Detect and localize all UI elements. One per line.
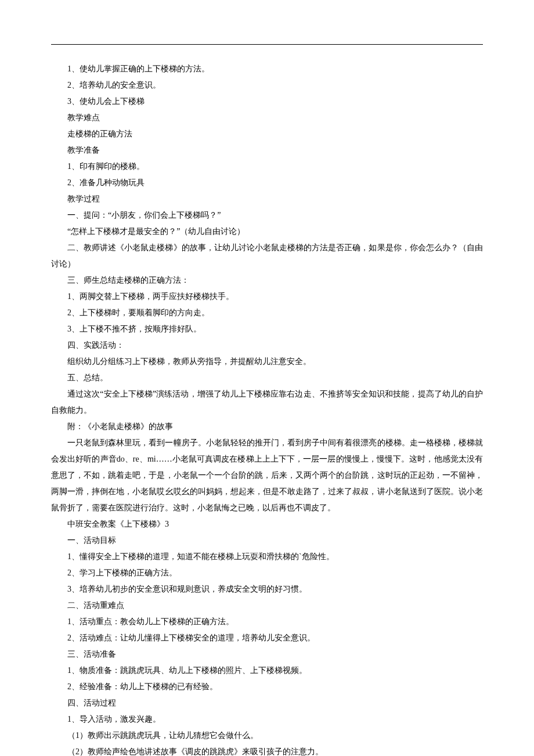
- paragraph: 三、活动准备: [51, 646, 483, 663]
- paragraph: 2、经验准备：幼儿上下楼梯的已有经验。: [51, 679, 483, 695]
- paragraph: 三、师生总结走楼梯的正确方法：: [51, 272, 483, 289]
- document-page: 1、使幼儿掌握正确的上下楼梯的方法。2、培养幼儿的安全意识。3、使幼儿会上下楼梯…: [0, 0, 534, 756]
- paragraph: 2、活动难点：让幼儿懂得上下楼梯安全的道理，培养幼儿安全意识。: [51, 630, 483, 646]
- paragraph: 3、上下楼不推不挤，按顺序排好队。: [51, 321, 483, 337]
- paragraph: 一只老鼠到森林里玩，看到一幢房子。小老鼠轻轻的推开门，看到房子中间有着很漂亮的楼…: [51, 435, 483, 516]
- paragraph: 四、实践活动：: [51, 337, 483, 354]
- paragraph: 1、物质准备：跳跳虎玩具、幼儿上下楼梯的照片、上下楼梯视频。: [51, 663, 483, 679]
- paragraph: 一、活动目标: [51, 532, 483, 549]
- paragraph: 3、培养幼儿初步的安全意识和规则意识，养成安全文明的好习惯。: [51, 581, 483, 597]
- paragraph: （2）教师绘声绘色地讲述故事《调皮的跳跳虎》来吸引孩子的注意力。: [51, 744, 483, 756]
- paragraph: 1、活动重点：教会幼儿上下楼梯的正确方法。: [51, 614, 483, 630]
- paragraph: 一、提问：“小朋友，你们会上下楼梯吗？”: [51, 207, 483, 224]
- document-body: 1、使幼儿掌握正确的上下楼梯的方法。2、培养幼儿的安全意识。3、使幼儿会上下楼梯…: [51, 61, 483, 756]
- paragraph: “怎样上下楼梯才是最安全的？”（幼儿自由讨论）: [51, 224, 483, 240]
- paragraph: 教学难点: [51, 110, 483, 126]
- paragraph: 1、使幼儿掌握正确的上下楼梯的方法。: [51, 61, 483, 77]
- paragraph: 1、印有脚印的楼梯。: [51, 159, 483, 175]
- paragraph: 3、使幼儿会上下楼梯: [51, 93, 483, 110]
- paragraph: 二、活动重难点: [51, 597, 483, 614]
- paragraph: 1、两脚交替上下楼梯，两手应扶好楼梯扶手。: [51, 289, 483, 305]
- paragraph: 组织幼儿分组练习上下楼梯，教师从旁指导，并提醒幼儿注意安全。: [51, 354, 483, 370]
- paragraph: 走楼梯的正确方法: [51, 126, 483, 142]
- paragraph: （1）教师出示跳跳虎玩具，让幼儿猜想它会做什么。: [51, 728, 483, 744]
- paragraph: 2、学习上下楼梯的正确方法。: [51, 565, 483, 581]
- paragraph: 1、导入活动，激发兴趣。: [51, 711, 483, 728]
- paragraph: 教学准备: [51, 142, 483, 159]
- paragraph: 二、教师讲述《小老鼠走楼梯》的故事，让幼儿讨论小老鼠走楼梯的方法是否正确，如果是…: [51, 240, 483, 272]
- paragraph: 2、上下楼梯时，要顺着脚印的方向走。: [51, 305, 483, 321]
- paragraph: 五、总结。: [51, 370, 483, 386]
- paragraph: 教学过程: [51, 191, 483, 207]
- paragraph: 四、活动过程: [51, 695, 483, 711]
- paragraph: 2、培养幼儿的安全意识。: [51, 77, 483, 93]
- paragraph: 2、准备几种动物玩具: [51, 175, 483, 191]
- paragraph: 附：《小老鼠走楼梯》的故事: [51, 419, 483, 435]
- paragraph: 中班安全教案《上下楼梯》3: [51, 516, 483, 532]
- paragraph: 通过这次“安全上下楼梯”演练活动，增强了幼儿上下楼梯应靠右边走、不推挤等安全知识…: [51, 386, 483, 419]
- top-divider: [51, 44, 483, 45]
- paragraph: 1、懂得安全上下楼梯的道理，知道不能在楼梯上玩耍和滑扶梯的`危险性。: [51, 549, 483, 565]
